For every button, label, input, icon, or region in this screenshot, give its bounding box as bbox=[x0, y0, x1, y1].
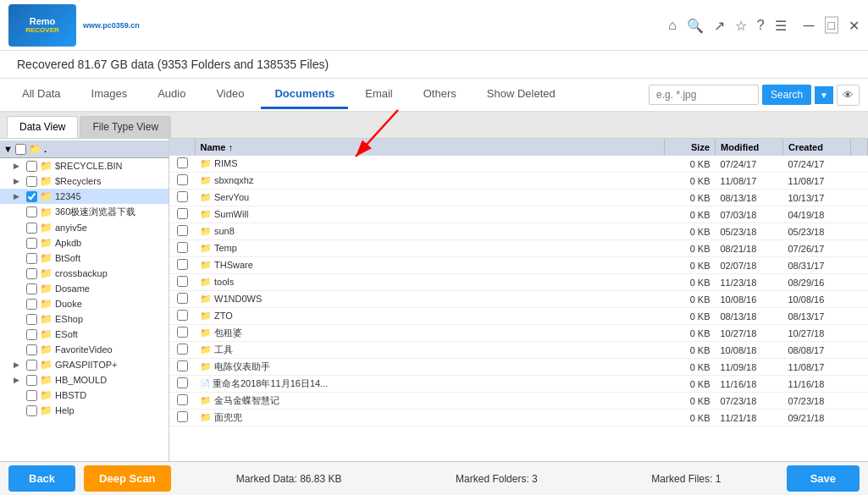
share-icon[interactable]: ↗ bbox=[714, 17, 725, 33]
tree-checkbox-favoritevideo[interactable] bbox=[26, 344, 37, 355]
col-size[interactable]: Size bbox=[665, 139, 716, 156]
tab-data-view[interactable]: Data View bbox=[7, 116, 78, 138]
tab-all-data[interactable]: All Data bbox=[8, 80, 75, 109]
eye-button[interactable]: 👁 bbox=[837, 85, 860, 106]
tab-show-deleted[interactable]: Show Deleted bbox=[473, 80, 569, 109]
tree-item-apkdb[interactable]: ▶ 📁 Apkdb bbox=[0, 235, 169, 250]
tab-images[interactable]: Images bbox=[78, 80, 141, 109]
tree-checkbox-hbstd[interactable] bbox=[26, 390, 37, 401]
tree-checkbox-recyclers[interactable] bbox=[26, 176, 37, 187]
tab-audio[interactable]: Audio bbox=[144, 80, 199, 109]
tab-others[interactable]: Others bbox=[410, 80, 470, 109]
row-checkbox[interactable] bbox=[177, 411, 188, 422]
table-header-row: Name ↑ Size Modified Created bbox=[169, 139, 868, 156]
table-row[interactable]: 📁RIMS 0 KB 07/24/17 07/24/17 bbox=[169, 156, 868, 173]
table-row[interactable]: 📁tools 0 KB 11/23/18 08/29/16 bbox=[169, 274, 868, 291]
search-button[interactable]: Search bbox=[762, 85, 811, 105]
menu-icon[interactable]: ☰ bbox=[775, 17, 787, 33]
table-row[interactable]: 📁THSware 0 KB 02/07/18 08/31/17 bbox=[169, 257, 868, 274]
tree-checkbox-hb-mould[interactable] bbox=[26, 375, 37, 386]
folder-icon-12345: 📁 bbox=[40, 190, 53, 202]
row-checkbox[interactable] bbox=[177, 208, 188, 219]
table-row[interactable]: 📁电陈仪表助手 0 KB 11/09/18 11/08/17 bbox=[169, 359, 868, 376]
col-name[interactable]: Name ↑ bbox=[195, 139, 665, 156]
col-created[interactable]: Created bbox=[783, 139, 851, 156]
row-checkbox[interactable] bbox=[177, 242, 188, 253]
table-row[interactable]: 📁工具 0 KB 10/08/18 08/08/17 bbox=[169, 342, 868, 359]
row-checkbox[interactable] bbox=[177, 157, 188, 168]
tree-checkbox-esoft[interactable] bbox=[26, 329, 37, 340]
tree-item-recyclers[interactable]: ▶ 📁 $Recyclers bbox=[0, 173, 169, 189]
search-input[interactable] bbox=[649, 85, 759, 105]
table-row[interactable]: 📁ZTO 0 KB 08/13/18 08/13/17 bbox=[169, 308, 868, 325]
table-row[interactable]: 📁面兜兜 0 KB 11/21/18 09/21/18 bbox=[169, 410, 868, 426]
row-checkbox[interactable] bbox=[177, 191, 188, 202]
tree-header-checkbox[interactable] bbox=[15, 144, 26, 155]
search-dropdown-button[interactable]: ▼ bbox=[815, 86, 833, 104]
tree-item-recycle-bin[interactable]: ▶ 📁 $RECYCLE.BIN bbox=[0, 158, 169, 173]
tree-checkbox-dosame[interactable] bbox=[26, 283, 37, 294]
table-row[interactable]: 📁ServYou 0 KB 08/13/18 10/13/17 bbox=[169, 190, 868, 206]
table-row[interactable]: 📁包租婆 0 KB 10/27/18 10/27/18 bbox=[169, 325, 868, 342]
tree-item-crossbackup[interactable]: ▶ 📁 crossbackup bbox=[0, 266, 169, 281]
row-checkbox[interactable] bbox=[177, 394, 188, 405]
table-row[interactable]: 📁sun8 0 KB 05/23/18 05/23/18 bbox=[169, 223, 868, 240]
table-row[interactable]: 📁SumWill 0 KB 07/03/18 04/19/18 bbox=[169, 206, 868, 223]
tree-checkbox-crossbackup[interactable] bbox=[26, 268, 37, 279]
save-button[interactable]: Save bbox=[787, 465, 860, 492]
tree-item-12345[interactable]: ▶ 📁 12345 bbox=[0, 189, 169, 204]
tree-item-btsoft[interactable]: ▶ 📁 BtSoft bbox=[0, 250, 169, 266]
row-checkbox[interactable] bbox=[177, 360, 188, 371]
table-row[interactable]: 📄重命名2018年11月16日14... 0 KB 11/16/18 11/16… bbox=[169, 376, 868, 393]
tree-checkbox-apkdb[interactable] bbox=[26, 238, 37, 249]
minimize-button[interactable]: ─ bbox=[804, 16, 815, 34]
close-button[interactable]: ✕ bbox=[849, 17, 860, 33]
tree-item-eshop[interactable]: ▶ 📁 EShop bbox=[0, 311, 169, 327]
tree-checkbox-anyiv5e[interactable] bbox=[26, 223, 37, 234]
table-row[interactable]: 📁Temp 0 KB 08/21/18 07/26/17 bbox=[169, 240, 868, 257]
bookmark-icon[interactable]: ☆ bbox=[735, 17, 747, 33]
row-checkbox[interactable] bbox=[177, 259, 188, 270]
tree-item-360browser[interactable]: ▶ 📁 360极速浏览器下载 bbox=[0, 204, 169, 220]
table-row[interactable]: 📁sbxnqxhz 0 KB 11/08/17 11/08/17 bbox=[169, 173, 868, 190]
col-modified[interactable]: Modified bbox=[716, 139, 783, 156]
maximize-button[interactable]: □ bbox=[825, 17, 838, 34]
tab-documents[interactable]: Documents bbox=[261, 80, 348, 109]
tree-item-duoke[interactable]: ▶ 📁 Duoke bbox=[0, 296, 169, 311]
row-checkbox[interactable] bbox=[177, 225, 188, 236]
row-checkbox[interactable] bbox=[177, 276, 188, 287]
tree-checkbox-graspiitop[interactable] bbox=[26, 360, 37, 371]
tab-video[interactable]: Video bbox=[202, 80, 257, 109]
tree-item-dosame[interactable]: ▶ 📁 Dosame bbox=[0, 281, 169, 296]
tree-checkbox-help[interactable] bbox=[26, 405, 37, 416]
tree-checkbox-360browser[interactable] bbox=[26, 206, 37, 217]
tree-item-favoritevideo[interactable]: ▶ 📁 FavoriteVideo bbox=[0, 342, 169, 357]
table-row[interactable]: 📁W1ND0WS 0 KB 10/08/16 10/08/16 bbox=[169, 291, 868, 308]
home-icon[interactable]: ⌂ bbox=[668, 18, 677, 33]
table-row[interactable]: 📁金马金蝶智慧记 0 KB 07/23/18 07/23/18 bbox=[169, 393, 868, 410]
tree-item-hb-mould[interactable]: ▶ 📁 HB_MOULD bbox=[0, 372, 169, 388]
tree-checkbox-eshop[interactable] bbox=[26, 314, 37, 325]
row-checkbox[interactable] bbox=[177, 174, 188, 185]
tab-file-type-view[interactable]: File Type View bbox=[80, 116, 171, 138]
row-checkbox[interactable] bbox=[177, 377, 188, 388]
row-checkbox[interactable] bbox=[177, 310, 188, 321]
tree-checkbox-duoke[interactable] bbox=[26, 299, 37, 310]
row-checkbox[interactable] bbox=[177, 293, 188, 304]
tree-item-help[interactable]: ▶ 📁 Help bbox=[0, 403, 169, 418]
row-checkbox[interactable] bbox=[177, 327, 188, 338]
tree-item-graspiitop[interactable]: ▶ 📁 GRASPIITOP+ bbox=[0, 357, 169, 372]
search-icon[interactable]: 🔍 bbox=[687, 17, 704, 33]
tree-item-anyiv5e[interactable]: ▶ 📁 anyiv5e bbox=[0, 220, 169, 235]
row-size: 0 KB bbox=[665, 359, 716, 376]
row-checkbox[interactable] bbox=[177, 344, 188, 355]
deep-scan-button[interactable]: Deep Scan bbox=[84, 465, 170, 492]
tab-email[interactable]: Email bbox=[351, 80, 406, 109]
back-button[interactable]: Back bbox=[8, 465, 75, 492]
tree-item-esoft[interactable]: ▶ 📁 ESoft bbox=[0, 327, 169, 342]
tree-checkbox-12345[interactable] bbox=[26, 191, 37, 202]
tree-item-hbstd[interactable]: ▶ 📁 HBSTD bbox=[0, 388, 169, 403]
help-icon[interactable]: ? bbox=[757, 18, 765, 33]
tree-checkbox-btsoft[interactable] bbox=[26, 253, 37, 264]
tree-checkbox-recycle-bin[interactable] bbox=[26, 161, 37, 172]
